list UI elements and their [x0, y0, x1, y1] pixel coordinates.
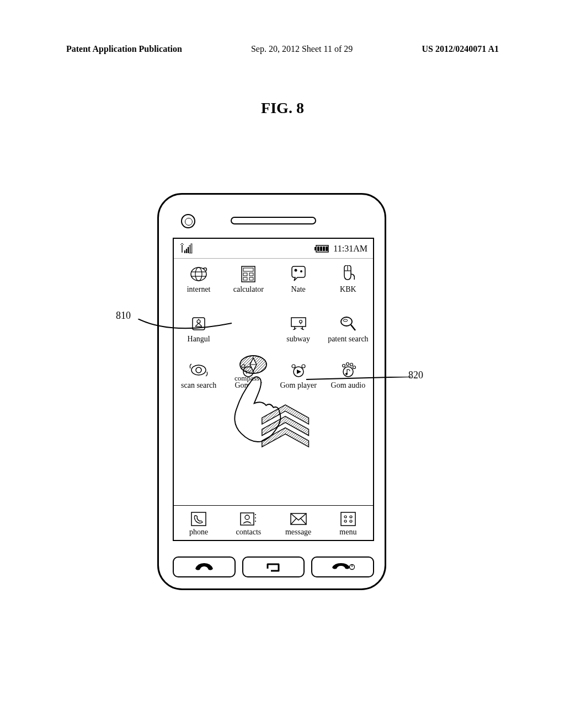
svg-point-52	[350, 363, 353, 366]
end-call-icon	[330, 562, 355, 572]
dock-label: phone	[189, 528, 208, 537]
svg-rect-5	[191, 244, 192, 253]
svg-rect-7	[315, 247, 316, 250]
paw-note-icon	[339, 362, 358, 378]
svg-rect-19	[249, 273, 253, 276]
app-internet[interactable]: internet	[175, 264, 222, 294]
dock-label: contacts	[236, 528, 261, 537]
app-label: Nate	[291, 285, 305, 294]
app-scan-search[interactable]: scan search	[175, 360, 222, 390]
svg-point-49	[343, 367, 353, 377]
app-label: KBK	[340, 285, 356, 294]
callout-810: 810	[116, 310, 131, 322]
svg-point-31	[299, 320, 302, 323]
header-left: Patent Application Publication	[66, 44, 182, 54]
compass-icon[interactable]	[239, 355, 268, 374]
svg-rect-17	[243, 268, 253, 271]
document-badge-icon	[190, 315, 207, 332]
svg-rect-18	[243, 273, 247, 276]
svg-rect-4	[189, 245, 190, 253]
header-right: US 2012/0240071 A1	[422, 44, 499, 54]
app-kbk[interactable]: KBK	[324, 264, 371, 294]
svg-point-53	[353, 366, 355, 369]
app-gom-player[interactable]: Gom player	[275, 360, 322, 390]
camera-icon	[181, 214, 195, 228]
globe-icon	[189, 265, 209, 283]
svg-point-22	[294, 269, 297, 272]
svg-point-68	[350, 520, 352, 522]
app-label: Gom player	[280, 381, 316, 390]
app-label: scan search	[181, 381, 216, 390]
app-label: internet	[187, 285, 211, 294]
call-button[interactable]	[173, 556, 236, 577]
dock-label: message	[285, 528, 311, 537]
app-subway[interactable]: subway	[275, 314, 322, 344]
dock-message[interactable]: message	[275, 510, 322, 537]
dock: phone contacts	[174, 505, 373, 540]
svg-point-13	[195, 267, 202, 281]
app-hangul[interactable]: Hangul	[175, 314, 222, 344]
callout-820: 820	[408, 370, 423, 381]
app-label: Hangul	[188, 335, 210, 344]
svg-rect-16	[242, 266, 255, 282]
svg-point-39	[343, 319, 348, 322]
header-mid: Sep. 20, 2012 Sheet 11 of 29	[251, 44, 353, 54]
end-call-button[interactable]	[311, 556, 374, 577]
phone-body: 11:31AM internet	[157, 193, 386, 590]
hardware-buttons	[173, 556, 374, 577]
svg-point-12	[191, 267, 206, 281]
battery-icon	[315, 244, 331, 253]
svg-rect-2	[186, 249, 187, 253]
envelope-icon	[290, 512, 307, 526]
svg-point-40	[191, 365, 206, 375]
dock-phone[interactable]: phone	[175, 510, 222, 537]
svg-point-41	[196, 367, 201, 373]
status-time: 11:31AM	[333, 244, 367, 254]
svg-point-51	[346, 363, 349, 366]
dock-label: menu	[339, 528, 356, 537]
back-arrow-box-icon	[265, 561, 282, 573]
dock-contacts[interactable]: contacts	[225, 510, 272, 537]
magnifier-icon	[339, 315, 358, 333]
svg-line-38	[351, 325, 355, 330]
signal-icon	[179, 243, 196, 254]
app-calculator[interactable]: calculator	[225, 264, 272, 294]
chat-bubble-icon	[289, 265, 308, 283]
svg-rect-11	[326, 247, 328, 251]
svg-point-65	[344, 516, 347, 518]
contacts-icon	[239, 511, 257, 527]
page-header: Patent Application Publication Sep. 20, …	[0, 44, 565, 54]
svg-rect-3	[188, 247, 189, 253]
calculator-icon	[241, 265, 256, 283]
phone-box-icon	[190, 511, 207, 527]
svg-rect-58	[241, 513, 254, 525]
svg-point-23	[300, 270, 302, 272]
svg-point-50	[342, 365, 345, 367]
app-gom-audio[interactable]: Gom audio	[324, 360, 371, 390]
svg-point-67	[344, 520, 347, 522]
svg-point-54	[345, 373, 348, 375]
app-patent-search[interactable]: patent search	[324, 314, 371, 344]
mouse-icon	[339, 265, 358, 283]
home-button[interactable]	[242, 556, 305, 577]
menu-dots-icon	[340, 511, 356, 527]
svg-rect-64	[341, 512, 355, 526]
compass-label: compass	[234, 374, 259, 383]
app-grid: internet calculator	[174, 259, 373, 390]
svg-rect-20	[243, 277, 247, 280]
status-bar: 11:31AM	[174, 239, 373, 259]
svg-rect-21	[249, 277, 253, 280]
paw-play-icon	[289, 362, 308, 378]
app-label: Gom audio	[331, 381, 366, 390]
svg-rect-30	[291, 318, 306, 326]
svg-point-47	[292, 365, 295, 368]
app-label: patent search	[328, 335, 368, 344]
phone-screen[interactable]: 11:31AM internet	[173, 238, 374, 541]
eye-scan-icon	[189, 362, 208, 378]
svg-rect-1	[184, 250, 185, 253]
dock-menu[interactable]: menu	[324, 510, 371, 537]
app-nate[interactable]: Nate	[275, 264, 322, 294]
app-label: calculator	[233, 285, 264, 294]
svg-rect-9	[320, 247, 322, 251]
presentation-icon	[289, 315, 308, 332]
